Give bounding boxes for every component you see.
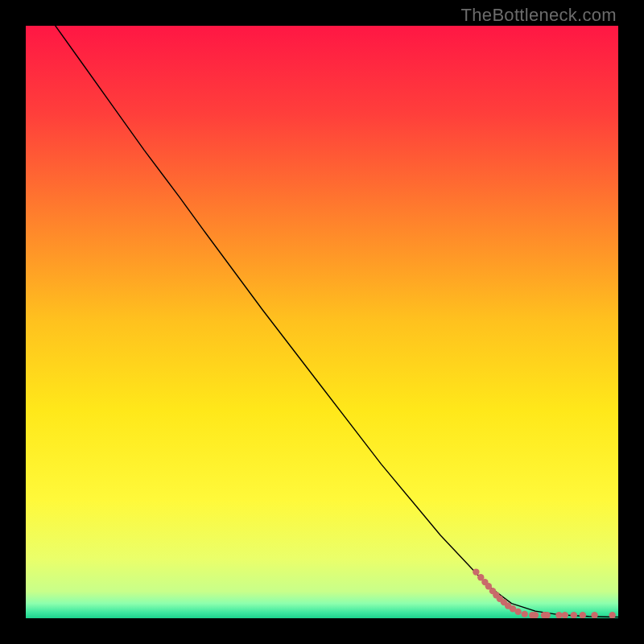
scatter-point xyxy=(522,611,528,617)
scatter-point xyxy=(473,568,479,575)
chart-svg xyxy=(26,26,618,618)
chart-background xyxy=(26,26,618,618)
plot-area xyxy=(26,26,618,618)
scatter-point xyxy=(514,609,521,615)
watermark-text: TheBottleneck.com xyxy=(461,5,617,26)
chart-container: TheBottleneck.com xyxy=(0,0,644,644)
